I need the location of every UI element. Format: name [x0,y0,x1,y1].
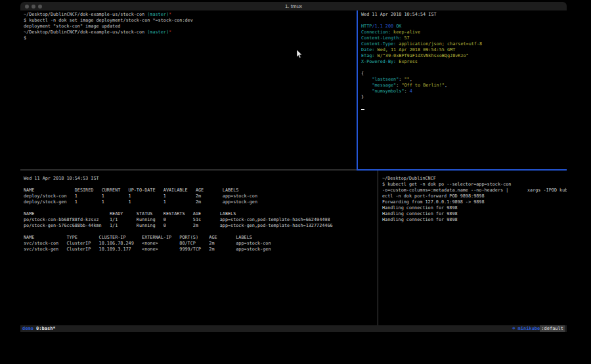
terminal-line [24,205,377,211]
tmux-terminal: ~/Desktop/DublinCNCF/dok-example-us/stoc… [20,10,567,325]
tmux-status-bar: demo 0:bash* ☸ minikube:default [20,325,567,332]
traffic-lights [25,2,42,10]
text-segment: (master) [147,12,169,17]
terminal-line: deploy/stock-con 1 1 1 1 2m app=stock-co… [24,193,377,199]
text-segment: OK [396,24,401,29]
zoom-button[interactable] [38,5,42,9]
text-segment: HTTP [361,24,372,29]
kube-namespace: :default [540,325,565,332]
text-segment: ~/Desktop/DublinCNCF/dok-example-us/stoc… [24,30,147,35]
text-segment [361,83,372,88]
pane-bottom-right-port-forward[interactable]: ~/Desktop/DublinCNCF$ kubectl get -n dok… [379,171,567,325]
terminal-line: "message": "Off to Berlin!", [361,83,567,89]
terminal-line [361,106,567,112]
terminal-line: ~/Desktop/DublinCNCF [382,176,567,182]
text-segment [361,89,372,94]
terminal-line [361,18,567,24]
terminal-line: NAME DESIRED CURRENT UP-TO-DATE AVAILABL… [24,188,377,193]
terminal-line: Connection: keep-alive [361,30,567,35]
terminal-line: svc/stock-gen ClusterIP 10.109.3.177 <no… [24,247,377,253]
text-segment: W/"39-0xBPf9aF1dXVNkhsxoBQgJ8vKzo" [374,53,468,58]
close-button[interactable] [25,5,29,9]
terminal-line: svc/stock-con ClusterIP 10.106.78.249 <n… [24,241,377,247]
terminal-line: Content-Length: 57 [361,35,567,41]
pane-top-left-shell[interactable]: ~/Desktop/DublinCNCF/dok-example-us/stoc… [20,10,356,169]
terminal-line: $ kubectl get -n dok po --selector=app=s… [382,182,567,188]
text-segment: "message" [372,83,396,88]
terminal-line: NAME TYPE CLUSTER-IP EXTERNAL-IP PORT(S)… [24,235,377,241]
window-title-bar[interactable]: 1. tmux [20,2,567,10]
terminal-line: $ [24,35,356,41]
text-segment: , [445,83,447,88]
text-segment [361,77,372,82]
terminal-window: 1. tmux ~/Desktop/DublinCNCF/dok-example… [20,2,567,336]
terminal-line [24,182,377,188]
pane-divider-bottom-vertical [378,171,378,325]
kube-context: minikube [518,325,540,332]
tmux-window-tab[interactable]: 0:bash* [36,325,56,332]
terminal-line [361,100,567,106]
mouse-cursor-icon [297,49,303,61]
text-segment: Date: [361,47,374,52]
text-segment: Express [396,59,418,64]
terminal-line: po/stock-con-bb68f88fd-kzsxz 1/1 Running… [24,217,377,223]
text-segment: Wed 11 Apr 2018 10:54:54 IST [361,12,437,17]
terminal-line: Handling connection for 9898 [382,217,567,223]
text-segment: "lastseen" [372,77,399,82]
terminal-line: Handling connection for 9898 [382,211,567,217]
text-segment: Connection: [361,30,391,35]
minimize-button[interactable] [32,5,35,9]
text-segment: ETag: [361,53,374,58]
text-segment: "" [404,77,409,82]
status-left: demo 0:bash* [22,325,56,332]
text-segment: (master) [147,30,169,35]
terminal-line [361,65,567,71]
text-segment: ~/Desktop/DublinCNCF/dok-example-us/stoc… [24,12,147,17]
terminal-line: -o=custom-columns=:metadata.name --no-he… [382,188,567,193]
text-segment: { [361,71,364,76]
terminal-line: Handling connection for 9898 [382,205,567,211]
terminal-line: deployment "stock-con" image updated [24,24,356,30]
terminal-line: ETag: W/"39-0xBPf9aF1dXVNkhsxoBQgJ8vKzo" [361,53,567,59]
pane-divider-top-vertical [357,10,358,169]
text-segment: "numsymbols" [372,89,404,94]
text-segment: Wed, 11 Apr 2018 09:54:55 GMT [374,47,455,52]
terminal-line: $ kubectl -n dok set image deployment/st… [24,18,356,24]
session-name: demo [22,325,33,332]
text-segment: Content-Length: [361,35,401,41]
text-segment: 57 [401,35,409,41]
terminal-line: X-Powered-By: Express [361,59,567,65]
text-segment: deployment "stock-con" image updated [24,24,120,29]
text-segment: "Off to Berlin!" [401,83,444,88]
text-segment: $ [24,35,26,41]
terminal-line: ~/Desktop/DublinCNCF/dok-example-us/stoc… [24,30,356,35]
terminal-line: Forwarding from 127.0.0.1:9898 -> 9898 [382,199,567,205]
terminal-line: Wed 11 Apr 2018 10:54:54 IST [361,12,567,18]
pane-divider-horizontal-left [20,169,357,171]
pane-top-right-http-response[interactable]: Wed 11 Apr 2018 10:54:54 ISTHTTP/1.1 200… [358,10,567,169]
pane-divider-horizontal-right-active [357,169,567,171]
text-segment: Content-Type: [361,41,396,47]
text-segment: * [169,30,171,35]
terminal-line: ectl -n dok port-forward POD 9898:9898 [382,193,567,199]
text-segment: , [410,77,412,82]
terminal-line: deploy/stock-gen 1 1 1 1 2m app=stock-ge… [24,199,377,205]
terminal-line: po/stock-gen-576cc688bb-44kmn 1/1 Runnin… [24,223,377,229]
terminal-line: "numsymbols": 4 [361,89,567,94]
text-segment: 4 [410,89,412,94]
terminal-line: Content-Type: application/json; charset=… [361,41,567,47]
terminal-line: } [361,94,567,100]
text-segment: * [169,12,171,17]
terminal-line: { [361,71,567,77]
status-right: ☸ minikube:default [512,325,565,332]
terminal-line: Wed 11 Apr 2018 10:54:53 IST [24,176,377,182]
terminal-line: HTTP/1.1 200 OK [361,24,567,30]
text-segment: $ kubectl -n dok set image deployment/st… [24,18,193,23]
text-segment: X-Powered-By: [361,59,396,64]
terminal-line: Date: Wed, 11 Apr 2018 09:54:55 GMT [361,47,567,53]
terminal-line: ~/Desktop/DublinCNCF/dok-example-us/stoc… [24,12,356,18]
text-segment: keep-alive [391,30,420,35]
terminal-line: NAME READY STATUS RESTARTS AGE LABELS [24,211,377,217]
pane-bottom-left-kubectl-watch[interactable]: Wed 11 Apr 2018 10:54:53 ISTNAME DESIRED… [20,171,377,325]
text-segment: /1.1 200 [372,24,393,29]
